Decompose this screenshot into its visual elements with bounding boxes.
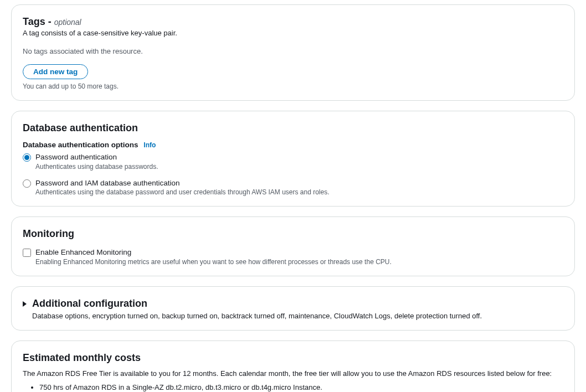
additional-config-title: Additional configuration (32, 298, 482, 310)
additional-config-toggle[interactable]: Additional configuration Database option… (23, 298, 563, 320)
tags-hint: You can add up to 50 more tags. (23, 82, 563, 90)
costs-list: 750 hrs of Amazon RDS in a Single-AZ db.… (23, 383, 563, 392)
auth-option-password-desc: Authenticates using database passwords. (35, 163, 158, 171)
tags-heading: Tags - optional (23, 16, 563, 28)
db-auth-field-label: Database authentication options Info (23, 141, 563, 149)
tags-panel: Tags - optional A tag consists of a case… (11, 4, 575, 101)
tags-empty: No tags associated with the resource. (23, 47, 563, 55)
enhanced-monitoring-desc: Enabling Enhanced Monitoring metrics are… (35, 258, 392, 266)
add-new-tag-button[interactable]: Add new tag (23, 64, 88, 79)
auth-option-iam[interactable]: Password and IAM database authentication… (23, 178, 563, 197)
db-auth-title: Database authentication (23, 122, 563, 134)
auth-option-password-title: Password authentication (35, 152, 158, 162)
enhanced-monitoring-title: Enable Enhanced Monitoring (35, 247, 392, 257)
costs-item: 750 hrs of Amazon RDS in a Single-AZ db.… (39, 383, 563, 391)
costs-title: Estimated monthly costs (23, 352, 563, 364)
info-link[interactable]: Info (143, 141, 156, 149)
tags-title: Tags (23, 16, 45, 27)
tags-desc: A tag consists of a case-sensitive key-v… (23, 29, 563, 37)
enhanced-monitoring-checkbox[interactable] (23, 249, 31, 257)
tags-optional: optional (54, 18, 81, 27)
tags-dash: - (45, 16, 54, 27)
auth-option-password[interactable]: Password authentication Authenticates us… (23, 152, 563, 171)
db-auth-field-label-text: Database authentication options (23, 141, 138, 149)
costs-intro: The Amazon RDS Free Tier is available to… (23, 369, 563, 378)
db-auth-panel: Database authentication Database authent… (11, 111, 575, 207)
auth-radio-password[interactable] (23, 153, 31, 162)
enhanced-monitoring-option[interactable]: Enable Enhanced Monitoring Enabling Enha… (23, 247, 563, 266)
auth-radio-iam[interactable] (23, 179, 31, 188)
costs-panel: Estimated monthly costs The Amazon RDS F… (11, 341, 575, 392)
caret-right-icon (23, 301, 27, 307)
additional-config-desc: Database options, encryption turned on, … (32, 312, 482, 320)
monitoring-panel: Monitoring Enable Enhanced Monitoring En… (11, 216, 575, 276)
monitoring-title: Monitoring (23, 228, 563, 240)
auth-option-iam-desc: Authenticates using the database passwor… (35, 188, 330, 196)
auth-option-iam-title: Password and IAM database authentication (35, 178, 330, 188)
additional-config-panel: Additional configuration Database option… (11, 286, 575, 331)
